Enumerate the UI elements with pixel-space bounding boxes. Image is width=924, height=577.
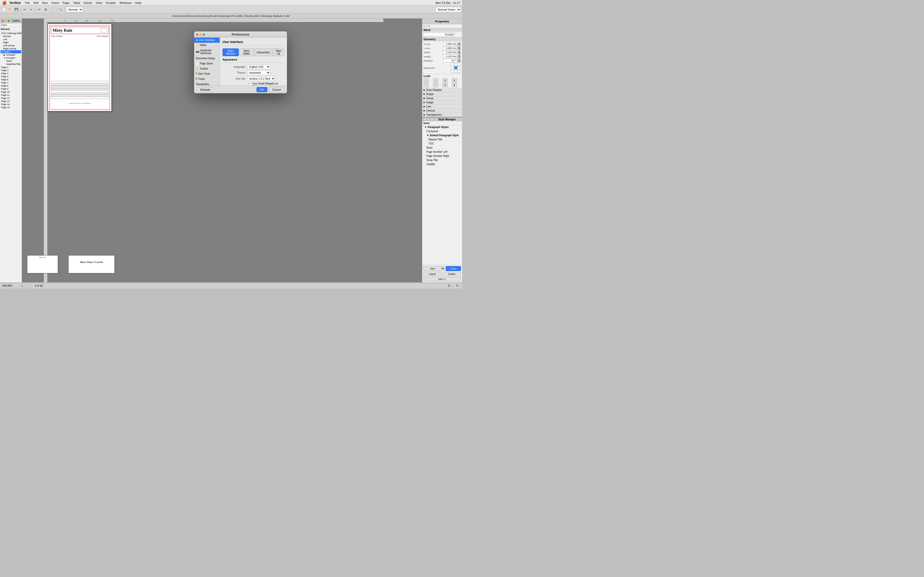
menu-edit[interactable]: Edit (34, 1, 39, 4)
style-item-composer[interactable]: Composer (422, 129, 462, 134)
undo-button[interactable]: ↩ (22, 7, 27, 12)
menu-view[interactable]: View (96, 1, 102, 4)
menu-scripter[interactable]: Scripter (106, 1, 116, 4)
rotation-up[interactable]: ▲ (458, 59, 461, 61)
tree-item-page6[interactable]: Page 6 (0, 78, 21, 81)
icon-set-select[interactable]: Scribus 1.5.1 Dark (247, 76, 275, 81)
x-pos-up[interactable]: ▲ (458, 42, 461, 44)
theme-select[interactable]: macintosh (247, 70, 270, 75)
dialog-minimize-btn[interactable] (200, 34, 202, 35)
width-up[interactable]: ▲ (458, 50, 461, 52)
level-bottom-right[interactable]: ↓ (433, 83, 438, 87)
y-pos-up[interactable]: ▲ (458, 47, 461, 48)
line-row[interactable]: ▶ Line (422, 105, 462, 109)
tree-item-page14[interactable]: Page 14 (0, 103, 21, 106)
outline-minimize-btn[interactable] (5, 20, 7, 22)
level-top-left[interactable]: ↑ (423, 78, 429, 82)
transparency-row[interactable]: ▶ Transparency (422, 113, 462, 117)
pref-item-document-setup[interactable]: Document Setup (194, 56, 220, 61)
apple-icon[interactable]: 🍎 (2, 1, 6, 5)
level-top-right[interactable]: ↑ (433, 78, 438, 82)
name-input[interactable] (423, 33, 454, 36)
tree-item-page9[interactable]: Page 9 (0, 87, 21, 90)
style-item-repeat-title[interactable]: Repeat Title (422, 137, 462, 142)
style-item-page-num-left[interactable]: Page Number Left (422, 150, 462, 154)
tree-item-page2[interactable]: Page 2 (0, 66, 21, 69)
basepoint-bl[interactable] (451, 69, 454, 73)
tree-item-right[interactable]: Right (0, 41, 21, 44)
height-input[interactable] (443, 55, 457, 58)
outline-close-btn[interactable] (2, 20, 3, 22)
tree-item-normal[interactable]: Normal (0, 35, 21, 38)
menu-item[interactable]: Item (42, 1, 48, 4)
height-up[interactable]: ▲ (458, 55, 461, 56)
cut-button[interactable]: ✂ (37, 7, 42, 12)
image-row[interactable]: ▶ Image (422, 100, 462, 105)
tab-start-up[interactable]: Start Up (273, 48, 284, 56)
menu-table[interactable]: Table (73, 1, 80, 4)
new-button[interactable]: 📄 (1, 7, 7, 12)
tree-item-page10[interactable]: Page 10 (0, 90, 21, 93)
tree-item-page15[interactable]: Page 15 (0, 106, 21, 109)
width-down[interactable]: ▼ (458, 52, 461, 54)
tree-item-page8[interactable]: Page 8 (0, 84, 21, 87)
menu-page[interactable]: Page (63, 1, 69, 4)
tree-item-page12[interactable]: Page 12 (0, 97, 21, 100)
delete-button[interactable]: Delete (443, 272, 461, 276)
small-widgets-checkbox[interactable] (248, 84, 252, 86)
style-new-dropdown[interactable]: New (423, 266, 445, 271)
x-pos-input[interactable] (443, 42, 457, 46)
style-item-para-styles[interactable]: ▼ Paragraph Styles (422, 125, 462, 129)
canvas-area[interactable]: 0 50 100 150 200 Misty Rain Colin Whyles… (22, 19, 422, 282)
zoom-button[interactable]: 🔍 (58, 7, 63, 12)
tab-interactivity[interactable]: Interactivity (254, 48, 272, 56)
zoom-in-btn[interactable]: + (27, 284, 31, 288)
tree-item-left[interactable]: Left (0, 38, 21, 41)
menu-extras[interactable]: Extras (84, 1, 92, 4)
tab-story-editor[interactable]: Story Editor (239, 48, 254, 56)
zoom-fit-btn[interactable]: ⊙ (20, 284, 24, 288)
redo-button[interactable]: ↪ (28, 7, 34, 12)
tree-item-page4[interactable]: Page 4 (0, 72, 21, 75)
cancel-button[interactable]: Cancel (269, 87, 284, 92)
page-2-preview[interactable]: Misty Rain (27, 255, 58, 273)
style-item-subtitle[interactable]: Subtitle (422, 162, 462, 166)
tree-item-page7[interactable]: Page 7 (0, 81, 21, 84)
ok-button[interactable]: OK (257, 87, 267, 92)
tree-item-0[interactable]: ▼ 02 Colisongs Ballads 4.sla (0, 32, 21, 35)
edit-button[interactable]: Edit >> (423, 277, 461, 281)
outline-maximize-btn[interactable] (8, 20, 10, 22)
language-select[interactable]: English (UK) (247, 64, 270, 69)
pref-item-typography[interactable]: Typography (194, 82, 220, 85)
pref-item-guides[interactable]: 📐 Guides (194, 66, 220, 71)
zoom-out-btn[interactable]: - (14, 284, 18, 288)
style-item-song-title[interactable]: Song Title (422, 158, 462, 162)
basepoint-ml[interactable] (451, 66, 454, 69)
tree-item-left-normal[interactable]: Left normal (0, 44, 21, 47)
menu-help[interactable]: Help (135, 1, 141, 4)
style-item-toc[interactable]: TOC (422, 142, 462, 146)
y-pos-down[interactable]: ▼ (458, 48, 461, 50)
shape-row[interactable]: ▶ Shape (422, 92, 462, 96)
drop-shadow-row[interactable]: ▶ Drop Shadow (422, 88, 462, 92)
page-3-preview[interactable]: More Than I Can Do (68, 255, 115, 273)
level-top-3[interactable]: ⬆ (443, 78, 447, 82)
tree-item-text5[interactable]: Text5 (0, 60, 21, 63)
group-row[interactable]: ▶ Group (422, 96, 462, 100)
rotation-down[interactable]: ▼ (458, 61, 461, 62)
width-input[interactable] (443, 50, 457, 54)
pref-item-item-tools[interactable]: T Item Tools (194, 71, 220, 76)
level-top-4[interactable]: ⬆ (452, 78, 457, 82)
save-button[interactable]: 💾 (13, 7, 19, 12)
pref-item-user-interface[interactable]: ⊞ User Interface (194, 38, 220, 43)
copy-button[interactable]: ⧉ (43, 7, 48, 12)
basepoint-mc[interactable] (454, 66, 457, 69)
style-mgr-btn1[interactable] (423, 118, 426, 121)
paste-button[interactable]: 📋 (49, 7, 55, 12)
menu-file[interactable]: File (25, 1, 30, 4)
basepoint-tr[interactable] (458, 63, 461, 66)
style-mgr-btn2[interactable] (427, 118, 430, 121)
level-bottom-3[interactable]: ⬇ (443, 83, 447, 87)
page-1-preview[interactable]: Misty Rain Colin Whyles Colin Whyles (48, 24, 111, 111)
tree-item-page11[interactable]: Page 11 (0, 93, 21, 97)
